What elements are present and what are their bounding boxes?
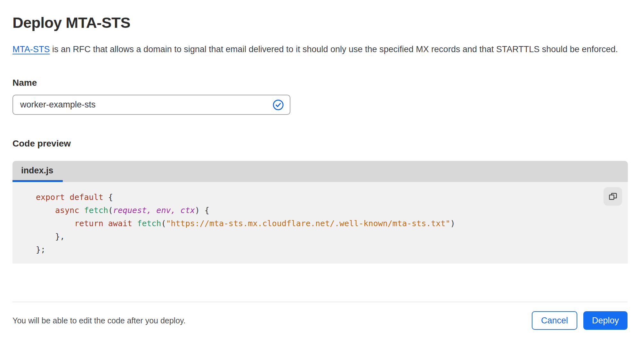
code-tab-bar: index.js <box>12 161 628 182</box>
copy-icon <box>609 192 617 201</box>
code-line: export default { <box>36 191 602 204</box>
check-circle-icon <box>272 99 284 111</box>
name-input[interactable] <box>20 95 272 114</box>
code-line: async fetch(request, env, ctx) { <box>36 204 602 217</box>
copy-code-button[interactable] <box>604 187 622 206</box>
name-label: Name <box>12 78 628 88</box>
code-line: return await fetch("https://mta-sts.mx.c… <box>36 217 602 230</box>
tab-index-js[interactable]: index.js <box>12 161 63 182</box>
footer-divider <box>12 302 628 302</box>
code-preview-card: index.js export default { async fetch(re… <box>12 161 628 264</box>
footer-actions: Cancel Deploy <box>532 311 628 330</box>
cancel-button[interactable]: Cancel <box>532 311 577 330</box>
code-line: }, <box>36 230 602 243</box>
code-preview-label: Code preview <box>12 138 628 149</box>
code-line: }; <box>36 243 602 256</box>
footer: You will be able to edit the code after … <box>12 311 628 330</box>
deploy-mta-sts-page: Deploy MTA-STS MTA-STS is an RFC that al… <box>0 13 640 330</box>
deploy-button[interactable]: Deploy <box>583 311 628 330</box>
code-content: export default { async fetch(request, en… <box>36 191 602 256</box>
name-input-container <box>12 95 290 115</box>
intro-text: is an RFC that allows a domain to signal… <box>50 44 618 54</box>
page-title: Deploy MTA-STS <box>12 13 628 32</box>
footer-note: You will be able to edit the code after … <box>12 316 186 325</box>
code-editor: export default { async fetch(request, en… <box>12 182 628 264</box>
mta-sts-link[interactable]: MTA-STS <box>12 44 50 54</box>
intro-paragraph: MTA-STS is an RFC that allows a domain t… <box>12 42 619 57</box>
